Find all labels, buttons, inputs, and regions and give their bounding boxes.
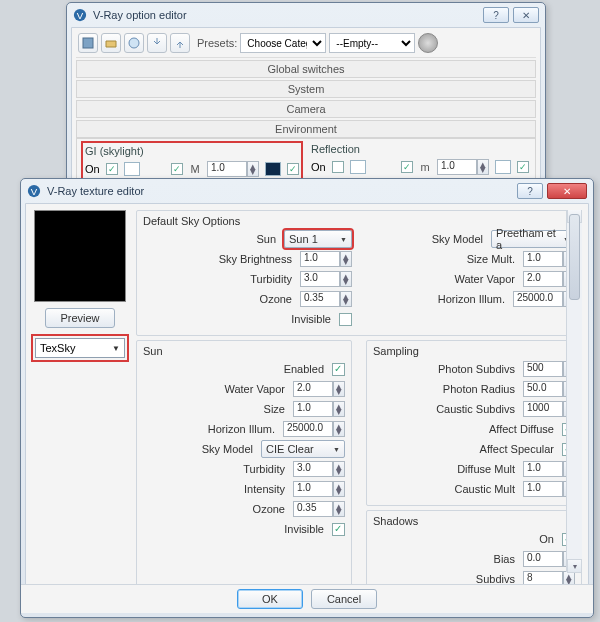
- sun-label: Sun: [143, 233, 284, 245]
- sun-size-input[interactable]: 1.0▴▾: [293, 401, 345, 417]
- size-mult-label: Size Mult.: [366, 253, 523, 265]
- refl-m-check[interactable]: [401, 161, 413, 173]
- help-button[interactable]: ?: [483, 7, 509, 23]
- help-button[interactable]: ?: [517, 183, 543, 199]
- save-icon[interactable]: [78, 33, 98, 53]
- ok-button[interactable]: OK: [237, 589, 303, 609]
- turbidity-input[interactable]: 3.0▴▾: [300, 271, 352, 287]
- reflection-row: On m 1.0▴▾: [311, 157, 529, 177]
- sh-on-label: On: [373, 533, 562, 545]
- refl-color[interactable]: [350, 160, 366, 174]
- close-button[interactable]: ✕: [547, 183, 587, 199]
- default-sky-group: Default Sky Options Sun Sun 1▼ Sky Model…: [136, 210, 582, 336]
- chevron-down-icon: ▼: [333, 446, 340, 453]
- load-icon[interactable]: [147, 33, 167, 53]
- ca-sub-label: Caustic Subdivs: [373, 403, 523, 415]
- texture-type-select[interactable]: TexSky ▼: [35, 338, 125, 358]
- invisible-check[interactable]: [339, 313, 352, 326]
- shadows-title: Shadows: [373, 515, 575, 529]
- sampling-title: Sampling: [373, 345, 575, 359]
- refl-tex[interactable]: [495, 160, 511, 174]
- vray-icon: V: [73, 8, 87, 22]
- cau-mult-label: Caustic Mult: [373, 483, 523, 495]
- sun-water-label: Water Vapor: [143, 383, 293, 395]
- cancel-button[interactable]: Cancel: [311, 589, 377, 609]
- option-editor-title: V-Ray option editor: [93, 9, 479, 21]
- texture-editor-titlebar[interactable]: V V-Ray texture editor ? ✕: [21, 179, 593, 203]
- scroll-thumb[interactable]: [569, 214, 580, 300]
- gi-m-check[interactable]: [171, 163, 183, 175]
- bias-label: Bias: [373, 553, 523, 565]
- turbidity-label: Turbidity: [143, 273, 300, 285]
- ozone-label: Ozone: [143, 293, 300, 305]
- chevron-down-icon: ▼: [340, 236, 347, 243]
- sun-invisible-check[interactable]: [332, 523, 345, 536]
- water-vapor-label: Water Vapor: [366, 273, 523, 285]
- gi-m-label: M: [189, 163, 201, 175]
- texture-editor-title: V-Ray texture editor: [47, 185, 513, 197]
- aff-spec-label: Affect Specular: [373, 443, 562, 455]
- sky-model-label: Sky Model: [366, 233, 491, 245]
- svg-text:V: V: [31, 186, 38, 197]
- gi-on-label: On: [85, 163, 100, 175]
- scroll-area: Default Sky Options Sun Sun 1▼ Sky Model…: [136, 210, 582, 608]
- scroll-down-icon[interactable]: ▾: [567, 559, 582, 573]
- sun-water-input[interactable]: 2.0▴▾: [293, 381, 345, 397]
- section-global[interactable]: Global switches: [76, 60, 536, 78]
- close-button[interactable]: ✕: [513, 7, 539, 23]
- svg-text:V: V: [77, 10, 84, 21]
- sky-model-select[interactable]: Preetham et a▼: [491, 230, 575, 248]
- aff-diff-label: Affect Diffuse: [373, 423, 562, 435]
- ph-rad-label: Photon Radius: [373, 383, 523, 395]
- section-env[interactable]: Environment: [76, 120, 536, 138]
- gi-on-check[interactable]: [106, 163, 118, 175]
- sun-invisible-label: Invisible: [143, 523, 332, 535]
- option-editor-titlebar[interactable]: V V-Ray option editor ? ✕: [67, 3, 545, 27]
- svg-point-3: [129, 38, 139, 48]
- open-icon[interactable]: [101, 33, 121, 53]
- sun-int-label: Intensity: [143, 483, 293, 495]
- render-icon[interactable]: [418, 33, 438, 53]
- refl-m-label: m: [419, 161, 431, 173]
- sun-turb-label: Turbidity: [143, 463, 293, 475]
- globe-icon[interactable]: [124, 33, 144, 53]
- presets-category[interactable]: Choose Categc: [240, 33, 326, 53]
- reflection-title: Reflection: [311, 143, 529, 155]
- save2-icon[interactable]: [170, 33, 190, 53]
- sun-turb-input[interactable]: 3.0▴▾: [293, 461, 345, 477]
- right-column: Default Sky Options Sun Sun 1▼ Sky Model…: [136, 210, 582, 608]
- refl-mult[interactable]: 1.0▴▾: [437, 159, 489, 175]
- sun-size-label: Size: [143, 403, 293, 415]
- section-system[interactable]: System: [76, 80, 536, 98]
- texture-editor-body: Preview TexSky ▼ Default Sky Options Sun…: [25, 203, 589, 613]
- sun-sky-model-select[interactable]: CIE Clear▼: [261, 440, 345, 458]
- ozone-input[interactable]: 0.35▴▾: [300, 291, 352, 307]
- gi-title: GI (skylight): [85, 145, 299, 157]
- sun-horizon-label: Horizon Illum.: [143, 423, 283, 435]
- texture-type-value: TexSky: [40, 342, 75, 354]
- sampling-group: Sampling Photon Subdivs500▴▾ Photon Radi…: [366, 340, 582, 506]
- invisible-label: Invisible: [143, 313, 339, 325]
- sun-ozone-input[interactable]: 0.35▴▾: [293, 501, 345, 517]
- refl-tex-check[interactable]: [517, 161, 529, 173]
- gi-color[interactable]: [124, 162, 140, 176]
- gi-tex[interactable]: [265, 162, 281, 176]
- gi-mult[interactable]: 1.0▴▾: [207, 161, 259, 177]
- sky-brightness-label: Sky Brightness: [143, 253, 300, 265]
- refl-on-check[interactable]: [332, 161, 344, 173]
- sun-select[interactable]: Sun 1▼: [284, 230, 352, 248]
- presets-empty[interactable]: --Empty--: [329, 33, 415, 53]
- sky-brightness-input[interactable]: 1.0▴▾: [300, 251, 352, 267]
- preview-button[interactable]: Preview: [45, 308, 115, 328]
- sun-sky-model-label: Sky Model: [143, 443, 261, 455]
- sun-int-input[interactable]: 1.0▴▾: [293, 481, 345, 497]
- sun-horizon-input[interactable]: 25000.0▴▾: [283, 421, 345, 437]
- diff-mult-label: Diffuse Mult: [373, 463, 523, 475]
- gi-tex-check[interactable]: [287, 163, 299, 175]
- enabled-check[interactable]: [332, 363, 345, 376]
- chevron-down-icon: ▼: [112, 344, 120, 353]
- enabled-label: Enabled: [143, 363, 332, 375]
- gi-row: On M 1.0▴▾: [85, 159, 299, 179]
- scrollbar[interactable]: ▴ ▾: [566, 210, 582, 572]
- section-camera[interactable]: Camera: [76, 100, 536, 118]
